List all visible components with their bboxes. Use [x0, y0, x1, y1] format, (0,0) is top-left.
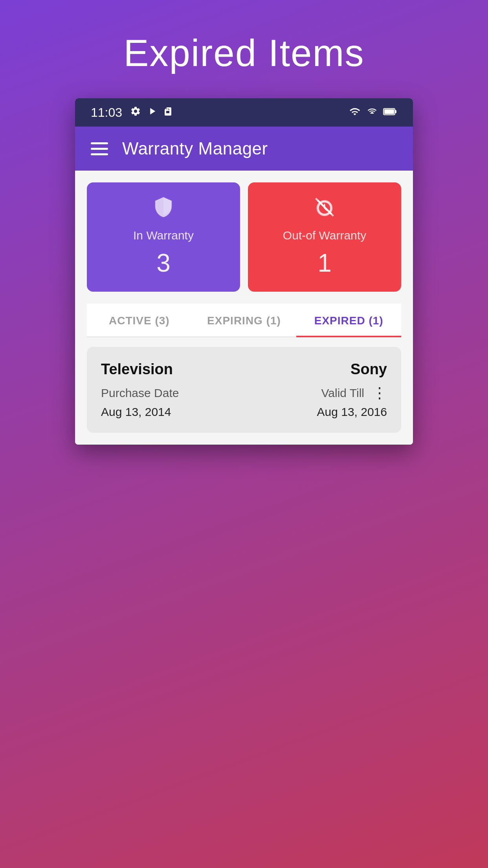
app-bar-title: Warranty Manager — [122, 139, 268, 158]
shield-icon — [153, 197, 174, 223]
status-right — [349, 106, 397, 119]
items-list: Television Sony Purchase Date Valid Till… — [87, 347, 401, 433]
sim-card-icon — [163, 106, 172, 120]
tab-expiring[interactable]: EXPIRING (1) — [192, 303, 297, 337]
in-warranty-count: 3 — [156, 248, 171, 278]
out-of-warranty-count: 1 — [317, 248, 332, 278]
hamburger-line — [91, 153, 108, 155]
battery-icon — [383, 107, 397, 118]
status-left: 11:03 — [91, 105, 172, 120]
main-content: In Warranty 3 Out-of Warranty 1 — [75, 171, 413, 445]
play-icon — [147, 106, 158, 120]
tab-expired[interactable]: EXPIRED (1) — [296, 303, 401, 337]
valid-till-value: Aug 13, 2016 — [317, 405, 387, 419]
wifi-icon — [349, 106, 361, 119]
svg-rect-3 — [395, 110, 396, 113]
item-date-row: Aug 13, 2014 Aug 13, 2016 — [101, 405, 387, 419]
out-of-warranty-card[interactable]: Out-of Warranty 1 — [248, 182, 401, 292]
signal-icon — [367, 106, 377, 119]
phone-frame: 11:03 — [75, 98, 413, 445]
hamburger-menu[interactable] — [91, 142, 108, 155]
in-warranty-label: In Warranty — [133, 229, 194, 242]
tabs-bar: ACTIVE (3) EXPIRING (1) EXPIRED (1) — [87, 303, 401, 337]
more-options-button[interactable]: ⋮ — [372, 386, 387, 401]
item-card-middle: Purchase Date Valid Till ⋮ — [101, 386, 387, 401]
purchase-date-label: Purchase Date — [101, 386, 179, 400]
status-icons — [130, 106, 172, 120]
item-card[interactable]: Television Sony Purchase Date Valid Till… — [87, 347, 401, 433]
valid-till-label: Valid Till — [321, 386, 364, 400]
item-card-header: Television Sony — [101, 361, 387, 378]
item-name: Television — [101, 361, 173, 378]
hamburger-line — [91, 142, 108, 144]
tab-active[interactable]: ACTIVE (3) — [87, 303, 192, 337]
out-of-warranty-label: Out-of Warranty — [283, 229, 366, 242]
in-warranty-card[interactable]: In Warranty 3 — [87, 182, 240, 292]
item-right-col: Sony — [350, 361, 387, 378]
stats-row: In Warranty 3 Out-of Warranty 1 — [87, 182, 401, 292]
app-bar: Warranty Manager — [75, 127, 413, 171]
item-brand: Sony — [350, 361, 387, 378]
svg-rect-2 — [384, 109, 394, 114]
hamburger-line — [91, 148, 108, 150]
purchase-date-value: Aug 13, 2014 — [101, 405, 171, 419]
status-bar: 11:03 — [75, 98, 413, 127]
gear-icon — [130, 106, 141, 120]
alarm-off-icon — [314, 197, 335, 223]
page-title: Expired Items — [124, 31, 365, 75]
status-time: 11:03 — [91, 105, 122, 120]
